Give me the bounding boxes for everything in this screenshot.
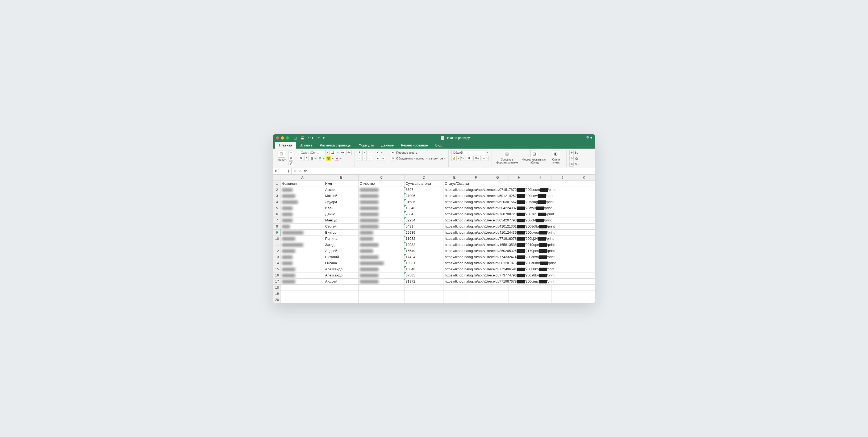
cell[interactable]: ▇▇▇▇▇ (359, 236, 404, 242)
cell[interactable] (324, 290, 359, 296)
bold-button[interactable]: Ж (299, 156, 303, 161)
cell[interactable] (552, 296, 573, 303)
close-button[interactable] (276, 136, 279, 139)
tab-формулы[interactable]: Формулы (355, 142, 378, 149)
insert-cells-button[interactable]: ⊕ (569, 150, 574, 155)
autosave-icon[interactable]: ▢ (294, 136, 297, 140)
select-all-corner[interactable] (273, 175, 281, 181)
cell[interactable]: https://lknpd.nalog.ru/api/v1/receipt/77… (443, 278, 595, 284)
cell[interactable]: 18048 (404, 266, 443, 272)
cell[interactable]: Денис (324, 211, 359, 217)
cell[interactable]: https://lknpd.nalog.ru/api/v1/receipt/41… (443, 223, 595, 229)
row-header[interactable]: 6 (273, 211, 281, 217)
increase-indent-button[interactable]: ⇥ (381, 156, 385, 161)
cell[interactable]: Виктор (324, 229, 359, 236)
cell[interactable]: ▇▇▇▇▇ (281, 248, 324, 254)
format-as-table-button[interactable]: ▤ (530, 150, 538, 157)
wrap-text-button[interactable]: ↩ (391, 150, 395, 155)
cell[interactable]: https://lknpd.nalog.ru/api/v1/receipt/05… (443, 217, 595, 223)
row-header[interactable]: 8 (273, 223, 281, 229)
cell[interactable]: ▇▇▇ (281, 223, 324, 229)
cell[interactable]: ▇▇▇▇▇▇▇ (359, 266, 404, 272)
cell[interactable]: 16549 (404, 248, 443, 254)
col-header-B[interactable]: B (324, 175, 359, 181)
cell[interactable]: ▇▇▇▇▇▇▇ (359, 199, 404, 205)
cell[interactable] (281, 290, 324, 296)
cell[interactable]: ▇▇▇▇ (281, 260, 324, 266)
cell[interactable] (324, 284, 359, 290)
cell[interactable]: ▇▇▇▇▇▇▇ (359, 217, 404, 223)
tab-вид[interactable]: Вид (432, 142, 445, 149)
align-middle-button[interactable]: ≡ (363, 150, 367, 155)
cell[interactable]: 37585 (404, 272, 443, 278)
row-header[interactable]: 3 (273, 193, 281, 199)
cell[interactable]: ▇▇▇▇▇▇▇ (359, 223, 404, 229)
cell[interactable] (487, 296, 508, 303)
col-header-G[interactable]: G (487, 175, 508, 181)
col-header-E[interactable]: E (443, 175, 465, 181)
cell[interactable]: 11032 (404, 236, 443, 242)
cell[interactable]: ▇▇▇▇ (281, 205, 324, 211)
row-header[interactable]: 1 (273, 181, 281, 187)
redo-icon[interactable]: ↷ (317, 136, 320, 140)
cell[interactable]: ▇▇▇▇▇▇▇ (359, 193, 404, 199)
cell[interactable]: https://lknpd.nalog.ru/api/v1/receipt/77… (443, 236, 595, 242)
cell[interactable]: https://lknpd.nalog.ru/api/v1/receipt/62… (443, 199, 595, 205)
cell[interactable]: 13346 (404, 205, 443, 211)
cell[interactable]: Андрей (324, 248, 359, 254)
cell[interactable]: Аскер (324, 187, 359, 193)
row-header[interactable]: 2 (273, 187, 281, 193)
col-header-D[interactable]: D (404, 175, 443, 181)
cell[interactable]: https://lknpd.nalog.ru/api/v1/receipt/77… (443, 254, 595, 260)
row-header[interactable]: 13 (273, 254, 281, 260)
cell[interactable]: Полина (324, 236, 359, 242)
cell[interactable] (324, 296, 359, 303)
cell[interactable]: https://lknpd.nalog.ru/api/v1/receipt/41… (443, 229, 595, 236)
cell[interactable] (404, 290, 443, 296)
cell[interactable]: Загид (324, 242, 359, 248)
font-color-button[interactable]: A (335, 156, 339, 161)
cell[interactable]: Александр (324, 272, 359, 278)
name-box[interactable]: N9 ▴▾ (273, 168, 292, 174)
cell[interactable]: https://lknpd.nalog.ru/api/v1/receipt/07… (443, 187, 595, 193)
cell[interactable]: https://lknpd.nalog.ru/api/v1/receipt/77… (443, 266, 595, 272)
cell[interactable] (530, 296, 552, 303)
align-right-button[interactable]: ≡ (368, 156, 372, 161)
merge-button[interactable]: ⧉ (391, 156, 395, 161)
cell[interactable] (552, 290, 573, 296)
cell[interactable]: Александр (324, 266, 359, 272)
conditional-format-button[interactable]: ▦ (503, 150, 511, 157)
cell[interactable]: Оксана (324, 260, 359, 266)
cell[interactable]: Мансур (324, 217, 359, 223)
cell[interactable] (465, 290, 487, 296)
cell[interactable]: https://lknpd.nalog.ru/api/v1/receipt/50… (443, 260, 595, 266)
cell[interactable]: ▇▇▇▇▇▇▇ (359, 187, 404, 193)
copy-button[interactable]: ⧉ (288, 156, 293, 161)
cell[interactable] (443, 284, 465, 290)
row-header[interactable]: 11 (273, 242, 281, 248)
cell[interactable]: Сергей (324, 223, 359, 229)
cell[interactable]: https://lknpd.nalog.ru/api/v1/receipt/16… (443, 242, 595, 248)
format-painter-button[interactable]: 🖌 (288, 161, 293, 166)
cell[interactable]: Эдуард (324, 199, 359, 205)
cell[interactable]: ▇▇▇▇▇ (281, 236, 324, 242)
cell[interactable]: https://lknpd.nalog.ru/api/v1/receipt/50… (443, 193, 595, 199)
cell[interactable]: https://lknpd.nalog.ru/api/v1/receipt/50… (443, 205, 595, 211)
cell[interactable]: 29939 (404, 229, 443, 236)
number-format-select[interactable]: Общий (451, 150, 486, 155)
cell[interactable] (573, 290, 595, 296)
fill-color-button[interactable]: 🪣 (326, 156, 331, 161)
cell[interactable]: Андрей (324, 278, 359, 284)
cell[interactable] (508, 296, 530, 303)
col-header-A[interactable]: A (281, 175, 324, 181)
align-bottom-button[interactable]: ⬇ (368, 150, 372, 155)
cell[interactable]: ▇▇▇▇▇ (359, 248, 404, 254)
cell[interactable] (530, 284, 552, 290)
cell[interactable]: ▇▇▇▇▇▇ (281, 199, 324, 205)
borders-button[interactable]: ⊞ (318, 156, 322, 161)
qat-more-icon[interactable]: ▾ (323, 136, 325, 140)
cell-styles-button[interactable]: ◧ (552, 150, 560, 157)
cell[interactable]: 31372 (404, 278, 443, 284)
percent-button[interactable]: % (460, 156, 465, 161)
row-header[interactable]: 19 (273, 290, 281, 296)
